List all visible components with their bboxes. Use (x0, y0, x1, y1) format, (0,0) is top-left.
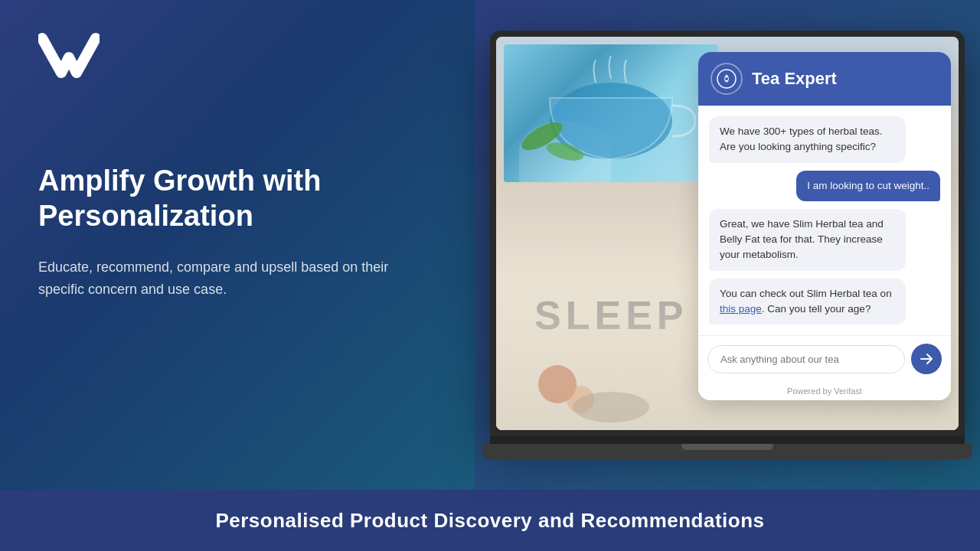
bottom-title: Personalised Product Discovery and Recom… (215, 509, 764, 533)
bot-message-2: Great, we have Slim Herbal tea and Belly… (709, 209, 906, 271)
right-panel: SLEEP (475, 0, 980, 490)
bot-message-3: You can check out Slim Herbal tea on thi… (709, 279, 906, 325)
chat-input-area (698, 335, 951, 382)
bottom-bar: Personalised Product Discovery and Recom… (0, 490, 980, 551)
subtext: Educate, recommend, compare and upsell b… (38, 256, 436, 301)
main-container: Amplify Growth with Personalization Educ… (0, 0, 980, 551)
laptop-screen: SLEEP (496, 37, 959, 430)
chat-input[interactable] (707, 345, 905, 373)
laptop-body: SLEEP (490, 31, 965, 436)
svg-point-5 (573, 392, 649, 422)
user-message-1: I am looking to cut weight.. (796, 171, 940, 201)
laptop-hinge (490, 436, 965, 444)
top-section: Amplify Growth with Personalization Educ… (0, 0, 980, 490)
tea-cup-image (504, 44, 718, 182)
left-panel: Amplify Growth with Personalization Educ… (0, 0, 475, 490)
this-page-link[interactable]: this page (720, 303, 762, 315)
svg-point-7 (725, 77, 728, 80)
send-button[interactable] (911, 344, 942, 374)
tea-expert-icon (710, 63, 743, 95)
bot-message-1: We have 300+ types of herbal teas. Are y… (709, 116, 906, 163)
laptop-base (482, 444, 972, 459)
headline: Amplify Growth with Personalization (38, 164, 436, 233)
powered-by: Powered by Verifast (698, 382, 951, 400)
chat-header: Tea Expert (698, 52, 951, 106)
chat-title: Tea Expert (752, 69, 837, 89)
laptop-container: SLEEP (490, 31, 965, 459)
left-content: Amplify Growth with Personalization Educ… (38, 164, 436, 301)
chat-widget: Tea Expert We have 300+ types of herbal … (698, 52, 951, 400)
chat-messages: We have 300+ types of herbal teas. Are y… (698, 106, 951, 335)
logo (38, 31, 436, 87)
